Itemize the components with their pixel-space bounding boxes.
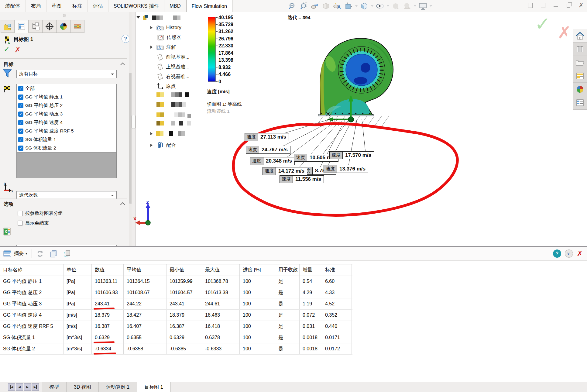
tree-item-front-plane[interactable]: 前视基准... bbox=[156, 53, 189, 61]
hide-show-icon[interactable] bbox=[376, 2, 385, 11]
custom-properties-icon[interactable] bbox=[573, 96, 587, 109]
goal-item[interactable]: ✓GG 平均值 速度 RRF 5 bbox=[17, 127, 116, 135]
tab-configurations[interactable] bbox=[29, 20, 43, 33]
menu-tab-assembly[interactable]: 装配体 bbox=[0, 0, 26, 12]
tree-item-history[interactable]: History bbox=[150, 24, 181, 31]
zoom-fit-icon[interactable] bbox=[288, 2, 297, 11]
file-explorer-icon[interactable] bbox=[573, 56, 587, 69]
velocity-callout[interactable]: 速度14.172 m/s bbox=[263, 167, 307, 175]
copy-special-icon[interactable] bbox=[63, 250, 71, 258]
previous-tab-icon[interactable]: ◀ bbox=[16, 383, 23, 391]
checkbox-unchecked-icon[interactable] bbox=[18, 221, 23, 226]
velocity-callout[interactable]: 速度27.113 m/s bbox=[245, 133, 289, 141]
tree-item-component[interactable] bbox=[156, 92, 189, 97]
tab-goal-plot[interactable]: 目标图 1 bbox=[137, 382, 170, 392]
copy-icon[interactable] bbox=[50, 250, 58, 258]
goals-section-header[interactable]: 目标 bbox=[4, 61, 13, 68]
panel-splitter-handle[interactable] bbox=[132, 115, 136, 129]
checkbox-checked-icon[interactable]: ✓ bbox=[18, 120, 23, 125]
expand-icon[interactable] bbox=[150, 26, 154, 29]
table-row[interactable]: GG 平均值 动压 3[Pa]243.41244.22243.41244.611… bbox=[0, 298, 352, 310]
expand-icon[interactable] bbox=[150, 132, 154, 135]
checkbox-checked-icon[interactable]: ✓ bbox=[18, 146, 23, 151]
velocity-callout[interactable]: 速度24.767 m/s bbox=[246, 146, 290, 154]
tab-3d-views[interactable]: 3D 视图 bbox=[67, 382, 99, 392]
goal-filter-select[interactable]: 所有目标 bbox=[16, 70, 117, 78]
collapse-goals-icon[interactable] bbox=[120, 63, 125, 67]
checkbox-checked-icon[interactable]: ✓ bbox=[18, 103, 23, 108]
velocity-callout[interactable]: 速度11.556 m/s bbox=[280, 175, 324, 183]
last-tab-icon[interactable]: ▶ bbox=[32, 383, 39, 391]
checkbox-checked-icon[interactable]: ✓ bbox=[18, 137, 23, 142]
apply-scene-caret[interactable] bbox=[414, 5, 416, 8]
velocity-callout[interactable]: 速度20.348 m/s bbox=[250, 157, 295, 165]
hide-show-caret[interactable] bbox=[387, 5, 389, 8]
table-row[interactable]: GG 平均值 静压 1[Pa]101363.11101364.15101359.… bbox=[0, 276, 352, 287]
home-icon[interactable] bbox=[573, 29, 587, 43]
goal-item[interactable]: ✓SG 体积流量 2 bbox=[17, 144, 116, 152]
goal-item[interactable]: ✓GG 平均值 速度 4 bbox=[17, 118, 116, 127]
goal-item[interactable]: ✓GG 平均值 总压 2 bbox=[17, 101, 116, 110]
velocity-callout[interactable]: 速度17.570 m/s bbox=[329, 151, 374, 159]
table-row[interactable]: SG 体积流量 2[m^3/s]-0.6334-0.6358-0.6385-0.… bbox=[0, 343, 352, 355]
view-settings-icon[interactable] bbox=[418, 2, 427, 11]
goal-item[interactable]: ✓GG 平均值 动压 3 bbox=[17, 110, 116, 118]
next-tab-icon[interactable]: ▶ bbox=[24, 383, 31, 391]
previous-view-icon[interactable] bbox=[310, 2, 319, 11]
tree-item-sensors[interactable]: 传感器 bbox=[156, 34, 181, 41]
tree-item-right-plane[interactable]: 右视基准... bbox=[156, 73, 189, 80]
collapse-pane-left-icon[interactable] bbox=[527, 2, 533, 8]
display-style-caret[interactable] bbox=[371, 5, 373, 8]
apply-scene-icon[interactable] bbox=[403, 2, 412, 11]
help-icon[interactable]: ? bbox=[122, 35, 130, 43]
first-tab-icon[interactable]: ◀ bbox=[8, 383, 15, 391]
checkbox-checked-icon[interactable]: ✓ bbox=[18, 86, 23, 91]
tab-motion-study[interactable]: 运动算例 1 bbox=[99, 382, 137, 392]
tree-item-component[interactable] bbox=[156, 121, 191, 126]
close-pane-icon[interactable]: ✗ bbox=[577, 249, 583, 258]
table-row[interactable]: GG 平均值 速度 4[m/s]18.37918.42718.37918.463… bbox=[0, 310, 352, 321]
tree-item-top-plane[interactable]: 上视基准... bbox=[156, 63, 189, 70]
options-section-header[interactable]: 选项 bbox=[4, 201, 13, 208]
close-icon[interactable]: ✗ bbox=[578, 2, 584, 8]
checkbox-checked-icon[interactable]: ✓ bbox=[18, 95, 23, 100]
tab-appearances[interactable] bbox=[57, 20, 70, 33]
tab-dimxpert[interactable] bbox=[43, 20, 57, 33]
table-row[interactable]: GG 平均值 速度 RRF 5[m/s]16.38716.40716.38716… bbox=[0, 321, 352, 332]
goal-item[interactable]: ✓全部 bbox=[17, 84, 116, 93]
checkbox-checked-icon[interactable]: ✓ bbox=[18, 129, 23, 134]
view-orientation-icon[interactable] bbox=[344, 2, 353, 11]
view-orientation-caret[interactable] bbox=[355, 5, 358, 8]
velocity-callout[interactable]: 速度13.376 m/s bbox=[324, 165, 368, 173]
ok-button[interactable]: ✓ bbox=[4, 45, 10, 53]
collapse-pane-icon[interactable]: » bbox=[565, 249, 573, 258]
help-icon[interactable]: ? bbox=[553, 249, 561, 258]
view-settings-caret[interactable] bbox=[430, 5, 432, 8]
fan-contour-model[interactable] bbox=[313, 33, 404, 128]
annotations-view-icon[interactable]: A bbox=[333, 2, 342, 11]
tree-item-component[interactable] bbox=[156, 102, 186, 107]
expand-icon[interactable] bbox=[150, 46, 154, 49]
tab-propertymanager[interactable] bbox=[15, 20, 29, 33]
tab-featuremanager[interactable] bbox=[1, 20, 15, 33]
collapse-options-icon[interactable] bbox=[120, 202, 125, 207]
section-view-icon[interactable] bbox=[321, 2, 331, 11]
expand-icon[interactable] bbox=[136, 16, 140, 20]
menu-tab-mbd[interactable]: MBD bbox=[164, 0, 186, 12]
checkbox-checked-icon[interactable]: ✓ bbox=[18, 112, 23, 117]
zoom-area-icon[interactable] bbox=[299, 2, 308, 11]
toolbar-collapse-handle[interactable] bbox=[63, 14, 66, 17]
tab-flow-analysis-tree[interactable] bbox=[70, 20, 84, 33]
summary-selector-caret-icon[interactable]: ▾ bbox=[26, 252, 27, 256]
goal-item[interactable]: ✓SG 体积流量 1 bbox=[17, 135, 116, 144]
display-style-icon[interactable] bbox=[360, 2, 369, 11]
menu-tab-sketch[interactable]: 草图 bbox=[46, 0, 67, 12]
cancel-button[interactable]: ✗ bbox=[15, 46, 21, 54]
expand-icon[interactable] bbox=[150, 144, 154, 147]
minimize-icon[interactable] bbox=[553, 2, 558, 8]
menu-tab-addins[interactable]: SOLIDWORKS 插件 bbox=[108, 0, 164, 12]
option-group-by-parameter[interactable]: 按参数对图表分组 bbox=[18, 210, 63, 217]
appearances-scenes-icon[interactable] bbox=[573, 83, 587, 96]
tree-item-annotations[interactable]: A 注解 bbox=[150, 44, 176, 50]
edit-appearance-icon[interactable] bbox=[391, 2, 400, 11]
